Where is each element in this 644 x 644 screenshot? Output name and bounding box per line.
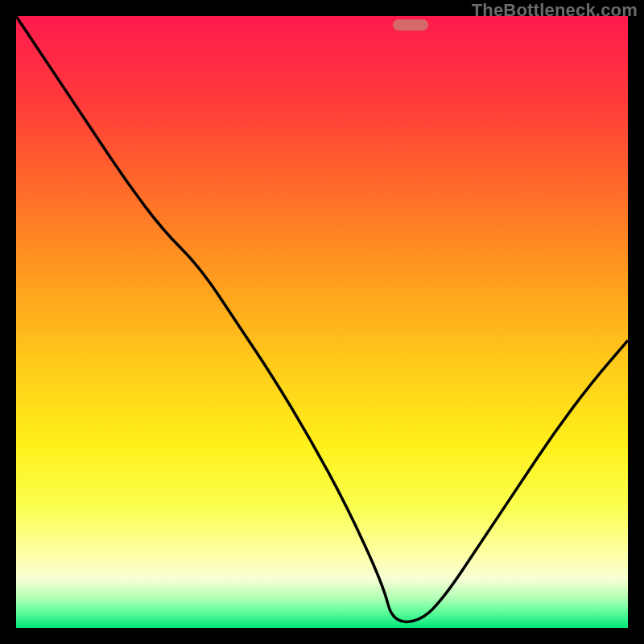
optimum-marker [393, 19, 428, 31]
bottleneck-curve-path [16, 16, 628, 621]
plot-area [16, 16, 628, 628]
curve-svg [16, 16, 628, 628]
